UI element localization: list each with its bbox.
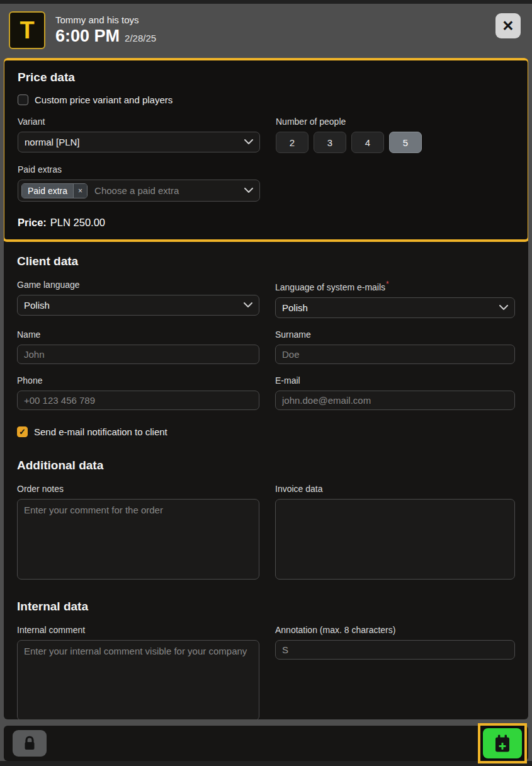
notify-checkbox[interactable]: ✓ — [17, 426, 28, 437]
phone-label: Phone — [17, 375, 259, 386]
close-button[interactable]: ✕ — [495, 13, 521, 38]
order-notes-textarea[interactable] — [17, 499, 259, 580]
paid-extras-placeholder: Choose a paid extra — [94, 185, 244, 196]
email-input[interactable] — [275, 391, 515, 410]
name-input[interactable] — [17, 345, 259, 364]
paid-extras-label: Paid extras — [18, 164, 260, 174]
close-icon: ✕ — [502, 19, 514, 33]
variant-value: normal [PLN] — [25, 137, 244, 147]
annotation-input[interactable] — [275, 640, 515, 660]
paid-extra-remove-icon[interactable]: × — [73, 184, 87, 198]
modal-body: Price data Custom price variant and play… — [4, 58, 528, 719]
game-title: Tommy and his toys — [55, 14, 495, 25]
notify-checkbox-row: ✓ Send e-mail notification to client — [17, 426, 515, 437]
game-language-value: Polish — [24, 300, 244, 311]
client-data-heading: Client data — [17, 254, 515, 268]
additional-data-section: Additional data Order notes Invoice data — [4, 459, 528, 582]
chevron-down-icon — [499, 305, 508, 311]
booking-datetime: 6:00 PM 2/28/25 — [55, 26, 495, 46]
annotation-label: Annotation (max. 8 characters) — [275, 625, 515, 635]
people-option-3[interactable]: 3 — [314, 132, 346, 153]
calendar-plus-icon — [494, 735, 511, 752]
required-marker: * — [386, 280, 389, 289]
booking-modal: T Tommy and his toys 6:00 PM 2/28/25 ✕ P… — [0, 4, 532, 761]
invoice-data-label: Invoice data — [275, 484, 515, 494]
custom-price-checkbox-label: Custom price variant and players — [35, 94, 173, 105]
paid-extra-tag: Paid extra × — [21, 183, 88, 198]
system-email-language-value: Polish — [282, 302, 499, 313]
add-booking-button[interactable] — [483, 728, 522, 758]
company-logo: T — [9, 11, 45, 49]
variant-label: Variant — [18, 117, 260, 127]
company-logo-letter: T — [20, 18, 34, 42]
internal-data-section: Internal data Internal comment Annotatio… — [4, 600, 528, 719]
game-language-label: Game language — [17, 280, 259, 290]
notify-checkbox-label: Send e-mail notification to client — [34, 426, 167, 437]
internal-comment-label: Internal comment — [17, 625, 259, 635]
modal-footer — [4, 726, 528, 761]
name-label: Name — [17, 329, 259, 340]
lock-button[interactable] — [13, 730, 47, 757]
price-total-label: Price: — [18, 217, 47, 228]
email-label: E-mail — [275, 375, 515, 386]
people-option-2[interactable]: 2 — [276, 132, 308, 153]
client-data-section: Client data Game language Polish Languag… — [4, 254, 528, 437]
people-option-4[interactable]: 4 — [351, 132, 384, 153]
booking-time: 6:00 PM — [55, 26, 120, 46]
modal-header: T Tommy and his toys 6:00 PM 2/28/25 ✕ — [0, 4, 532, 57]
paid-extras-select[interactable]: Paid extra × Choose a paid extra — [18, 180, 260, 202]
price-data-heading: Price data — [18, 71, 514, 84]
internal-data-heading: Internal data — [17, 600, 515, 614]
chevron-down-icon — [244, 139, 253, 145]
header-texts: Tommy and his toys 6:00 PM 2/28/25 — [55, 14, 495, 46]
chevron-down-icon — [244, 302, 252, 308]
invoice-data-textarea[interactable] — [275, 499, 515, 580]
paid-extra-tag-label: Paid extra — [22, 184, 73, 198]
surname-input[interactable] — [275, 345, 515, 364]
custom-price-checkbox[interactable] — [18, 94, 28, 105]
system-email-language-label: Language of system e-mails* — [275, 280, 515, 292]
variant-select[interactable]: normal [PLN] — [18, 132, 260, 152]
price-total-value: PLN 250.00 — [50, 217, 105, 228]
people-option-5-selected[interactable]: 5 — [389, 132, 422, 153]
add-booking-highlight — [478, 723, 527, 763]
price-total: Price:PLN 250.00 — [18, 217, 514, 229]
number-of-people-label: Number of people — [276, 117, 514, 127]
price-data-section: Price data Custom price variant and play… — [4, 58, 528, 242]
internal-comment-textarea[interactable] — [17, 640, 259, 719]
surname-label: Surname — [275, 329, 515, 340]
chevron-down-icon — [244, 188, 253, 193]
order-notes-label: Order notes — [17, 484, 259, 494]
lock-icon — [23, 736, 37, 751]
booking-date: 2/28/25 — [125, 33, 156, 43]
check-icon: ✓ — [19, 428, 26, 436]
phone-input[interactable] — [17, 391, 259, 410]
number-of-people-group: 2 3 4 5 — [276, 132, 514, 153]
additional-data-heading: Additional data — [17, 459, 515, 472]
custom-price-checkbox-row: Custom price variant and players — [18, 94, 514, 105]
game-language-select[interactable]: Polish — [17, 295, 259, 316]
system-email-language-select[interactable]: Polish — [275, 297, 515, 318]
